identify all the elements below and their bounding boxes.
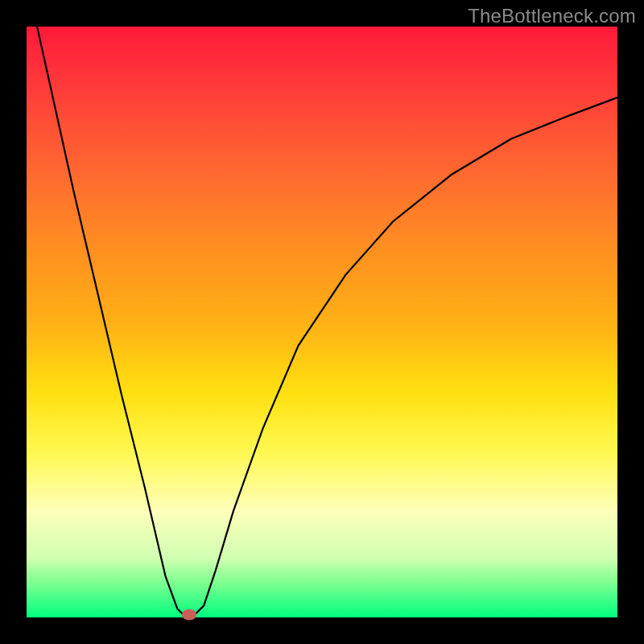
plot-area	[27, 27, 617, 617]
watermark-text: TheBottleneck.com	[468, 5, 636, 27]
bottleneck-curve	[27, 27, 617, 617]
chart-frame: TheBottleneck.com	[0, 0, 644, 644]
optimal-point-marker	[182, 609, 196, 620]
